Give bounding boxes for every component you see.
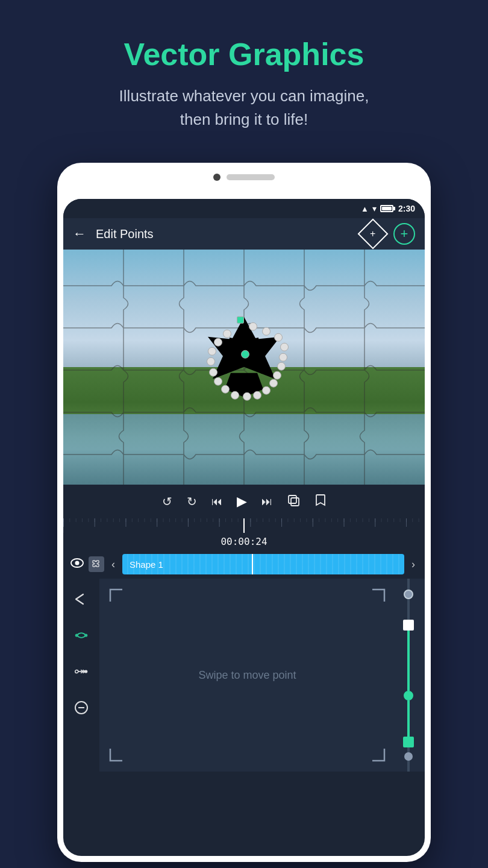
curve-tool-button[interactable] [70, 624, 92, 646]
remove-tool-button[interactable] [70, 697, 92, 719]
edit-point-16[interactable] [207, 357, 215, 366]
timeline-node-keyframe-green[interactable] [403, 737, 414, 747]
header-title: Edit Points [96, 227, 352, 241]
track-clip-label: Shape 1 [130, 559, 163, 570]
puzzle-icon[interactable] [89, 556, 104, 572]
track-prev-button[interactable]: ‹ [111, 558, 115, 571]
camera-dot [213, 174, 221, 181]
edit-point-7[interactable] [273, 371, 281, 380]
add-point-button[interactable]: + [358, 219, 389, 250]
edit-point-10[interactable] [253, 391, 261, 400]
header-actions: + + [362, 223, 415, 245]
app-header: ← Edit Points + + [63, 218, 425, 250]
timecode-display: 00:00:24 [221, 536, 267, 547]
svg-point-9 [75, 561, 80, 565]
device-mockup: ▲ ▾ 2:30 ← Edit Points + + [57, 163, 431, 862]
speaker-bar [227, 174, 275, 180]
edit-point-3[interactable] [274, 333, 283, 342]
svg-point-12 [75, 670, 78, 673]
redo-button[interactable]: ↻ [187, 494, 197, 509]
edit-point-18[interactable] [214, 338, 222, 347]
device-screen: ▲ ▾ 2:30 ← Edit Points + + [63, 199, 425, 856]
device-notch [213, 174, 275, 181]
timeline-controls: ↺ ↻ ⏮ ▶ ⏭ [63, 485, 425, 518]
status-icons: ▲ ▾ [361, 204, 393, 213]
clone-button[interactable] [287, 494, 300, 509]
edit-point-11[interactable] [243, 392, 251, 401]
edit-point-2[interactable] [262, 327, 271, 336]
status-time: 2:30 [398, 204, 415, 213]
edit-point-5[interactable] [279, 353, 287, 362]
wifi-icon: ▾ [372, 204, 377, 213]
svg-rect-0 [289, 495, 296, 503]
canvas-area [63, 250, 425, 485]
timeline-node-bottom[interactable] [404, 752, 413, 761]
add-circle-button[interactable]: + [393, 223, 415, 245]
timeline-node-top[interactable] [404, 590, 413, 599]
hero-section: Vector Graphics Illustrate whatever you … [0, 0, 488, 156]
left-tools [63, 579, 99, 772]
track-left-icons [70, 556, 104, 572]
bottom-panel: Swipe to move point [63, 579, 425, 772]
shape-svg [184, 308, 304, 420]
timeline-teal-segment [407, 631, 410, 691]
skip-forward-button[interactable]: ⏭ [261, 495, 272, 508]
svg-rect-1 [291, 498, 299, 506]
signal-icon: ▲ [361, 204, 369, 213]
play-button[interactable]: ▶ [237, 494, 247, 509]
edit-point-14[interactable] [214, 377, 222, 386]
page-title: Vector Graphics [24, 36, 464, 72]
timeline-teal-segment-2 [407, 700, 410, 737]
track-clip[interactable]: Shape 1 [122, 554, 404, 574]
undo-button[interactable]: ↺ [162, 494, 172, 509]
timeline-ruler: for(let i=0;i<580;i+=5){ const h = i%50=… [63, 518, 425, 533]
timecode-bar: 00:00:24 [63, 533, 425, 550]
timeline-node-current[interactable] [404, 691, 413, 700]
page-subtitle: Illustrate whatever you can imagine,then… [24, 84, 464, 131]
track-next-button[interactable]: › [411, 558, 415, 571]
timeline-node-keyframe-white[interactable] [403, 620, 414, 631]
edit-point-green-square[interactable] [237, 316, 244, 324]
canvas-frame: Swipe to move point [109, 588, 386, 762]
edit-point-green[interactable] [241, 350, 249, 359]
track-row: ‹ Shape 1 › [63, 550, 425, 579]
eye-icon[interactable] [70, 558, 84, 571]
edit-point-8[interactable] [269, 379, 278, 388]
edit-point-19[interactable] [223, 330, 231, 338]
track-playhead [252, 554, 253, 574]
tool-back-button[interactable] [70, 588, 92, 610]
edit-point-6[interactable] [277, 362, 286, 371]
edit-point-1[interactable] [249, 322, 257, 331]
back-button[interactable]: ← [73, 226, 86, 242]
battery-icon [380, 205, 393, 212]
right-canvas: Swipe to move point [99, 579, 425, 772]
device-shell: ▲ ▾ 2:30 ← Edit Points + + [57, 163, 431, 862]
status-bar: ▲ ▾ 2:30 [63, 199, 425, 218]
edit-point-12[interactable] [231, 391, 239, 400]
edit-point-15[interactable] [209, 368, 217, 377]
swipe-hint: Swipe to move point [198, 669, 296, 682]
right-timeline [392, 579, 425, 772]
shape-container[interactable] [184, 308, 304, 422]
bookmark-button[interactable] [314, 494, 327, 510]
edit-point-9[interactable] [262, 386, 271, 395]
translate-tool-button[interactable] [70, 661, 92, 682]
edit-point-13[interactable] [221, 385, 230, 394]
edit-point-4[interactable] [280, 343, 289, 351]
skip-back-button[interactable]: ⏮ [211, 495, 222, 508]
edit-point-17[interactable] [208, 347, 216, 356]
